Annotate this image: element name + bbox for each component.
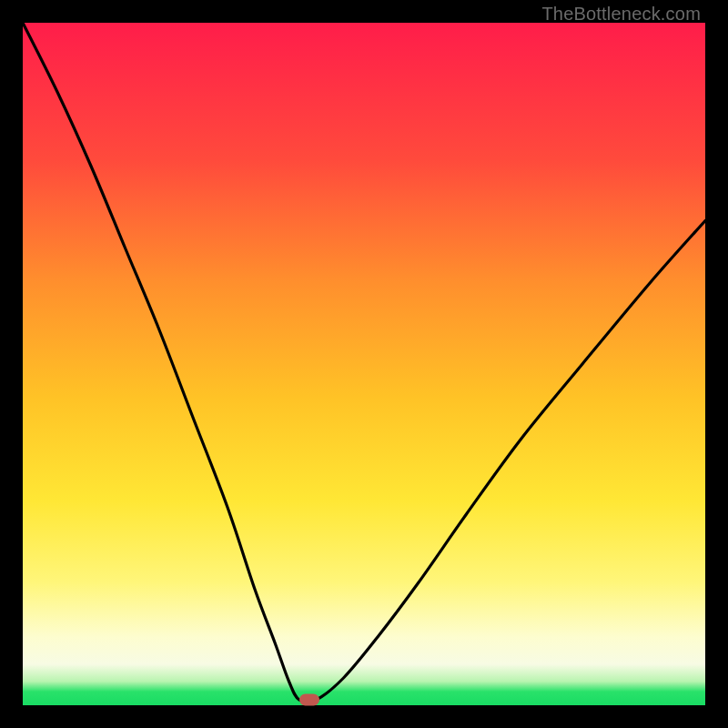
bottleneck-curve <box>23 23 705 705</box>
optimal-marker <box>299 694 319 706</box>
watermark-text: TheBottleneck.com <box>541 4 701 25</box>
plot-area <box>23 23 705 705</box>
chart-frame: TheBottleneck.com <box>0 0 728 728</box>
